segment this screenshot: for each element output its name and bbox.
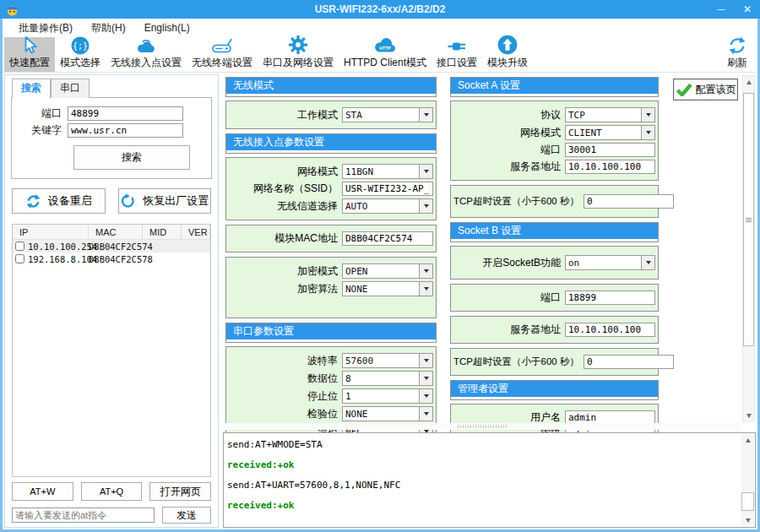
section-wireless-mode: 无线模式 xyxy=(225,77,437,97)
chevron-down-icon[interactable] xyxy=(419,108,432,122)
socket-a-timeout-input[interactable] xyxy=(584,194,674,209)
keyword-input[interactable] xyxy=(68,123,183,138)
net-mode-select[interactable]: 11BGN xyxy=(342,164,433,179)
open-webpage-button[interactable]: 打开网页 xyxy=(149,482,211,501)
toolbar-httpd-client-mode[interactable]: HTTP HTTPD Client模式 xyxy=(339,37,432,72)
toolbar-interface-settings[interactable]: 接口设置 xyxy=(432,37,482,72)
socket-b-timeout-input[interactable] xyxy=(584,355,674,369)
device-ip: 10.10.100.254 xyxy=(28,242,97,252)
chevron-down-icon[interactable] xyxy=(419,264,432,278)
toolbar-refresh[interactable]: 刷新 xyxy=(722,37,756,72)
chevron-down-icon[interactable] xyxy=(641,108,654,122)
send-button[interactable]: 发送 xyxy=(162,507,211,524)
ssid-label: 网络名称（SSID） xyxy=(229,182,342,196)
toolbar-quick-config[interactable]: 快速配置 xyxy=(4,37,55,72)
mac-input[interactable] xyxy=(342,231,433,246)
toolbar-ap-settings[interactable]: 无线接入点设置 xyxy=(106,37,187,72)
channel-select[interactable]: AUTO xyxy=(342,198,433,214)
at-command-input[interactable] xyxy=(12,508,155,523)
section-title: Socket B 设置 xyxy=(451,223,658,239)
toolbar-spacer xyxy=(533,37,722,72)
chevron-down-icon[interactable] xyxy=(419,407,432,421)
section-serial-params: 串口参数设置 xyxy=(225,323,437,343)
scrollbar-grip-icon xyxy=(746,218,752,222)
scroll-down-button[interactable] xyxy=(743,410,754,421)
keyword-label: 关键字 xyxy=(19,123,68,138)
toolbar-serial-network-settings[interactable]: 串口及网络设置 xyxy=(258,37,339,72)
at-q-button[interactable]: AT+Q xyxy=(81,482,143,501)
scroll-down-button[interactable] xyxy=(741,514,754,526)
scroll-up-button[interactable] xyxy=(743,76,754,88)
socket-a-net-mode-select[interactable]: CLIENT xyxy=(565,125,655,140)
reboot-refresh-icon xyxy=(25,193,41,209)
work-mode-select[interactable]: STA xyxy=(342,107,433,122)
triangle-down-icon xyxy=(746,518,751,523)
reboot-device-button[interactable]: 设备重启 xyxy=(12,188,106,214)
protocol-select[interactable]: TCP xyxy=(565,107,655,122)
section-title: 无线接入点参数设置 xyxy=(226,134,436,150)
table-row[interactable]: 192.168.8.104 D8B04CF2C578 xyxy=(13,252,210,265)
socket-b-port-input[interactable] xyxy=(565,290,655,305)
scrollbar-thumb[interactable] xyxy=(743,93,754,346)
table-row[interactable]: 10.10.100.254 D8B04CF2C574 xyxy=(13,240,210,252)
column-mid: MID xyxy=(143,225,182,239)
row-checkbox[interactable] xyxy=(15,242,24,251)
toolbar-mode-select[interactable]: {;} 模式选择 xyxy=(55,37,106,72)
section-title: Socket A 设置 xyxy=(451,78,658,94)
at-log-area[interactable]: send:AT+WMODE=STA received:+ok send:AT+U… xyxy=(223,432,756,528)
scrollbar-track[interactable] xyxy=(743,88,754,410)
scrollbar-thumb[interactable] xyxy=(741,492,754,511)
search-button[interactable]: 搜索 xyxy=(73,145,190,170)
apply-page-button[interactable]: 配置该页 xyxy=(673,79,738,100)
stop-bits-select[interactable]: 1 xyxy=(342,388,433,404)
tab-search[interactable]: 搜索 xyxy=(12,79,51,98)
check-icon xyxy=(676,83,692,96)
tab-serial[interactable]: 串口 xyxy=(51,79,90,98)
toolbar-label: 刷新 xyxy=(727,56,747,70)
socket-a-server-input[interactable] xyxy=(565,160,655,174)
menu-english[interactable]: English(L) xyxy=(135,20,199,35)
socket-b-server-input[interactable] xyxy=(565,323,655,337)
toolbar-label: 无线终端设置 xyxy=(192,56,252,70)
toolbar-module-upgrade[interactable]: 模块升级 xyxy=(482,37,533,72)
enc-alg-select[interactable]: NONE xyxy=(342,281,433,296)
config-vertical-scrollbar[interactable] xyxy=(742,75,755,422)
row-checkbox[interactable] xyxy=(15,254,24,263)
chevron-down-icon[interactable] xyxy=(641,256,654,269)
chevron-down-icon[interactable] xyxy=(419,372,432,385)
toolbar-terminal-settings[interactable]: 无线终端设置 xyxy=(187,37,258,72)
factory-reset-button[interactable]: 恢复出厂设置 xyxy=(118,188,212,214)
log-line: send:AT+WMODE=STA xyxy=(227,435,738,455)
parity-select[interactable]: NONE xyxy=(342,406,433,421)
chevron-down-icon[interactable] xyxy=(419,354,432,367)
socket-a-port-input[interactable] xyxy=(565,143,655,157)
chevron-down-icon[interactable] xyxy=(641,126,654,139)
section-title: 无线模式 xyxy=(226,78,436,94)
chevron-down-icon[interactable] xyxy=(419,199,432,213)
minimize-button[interactable]: ─ xyxy=(714,0,727,19)
close-button[interactable]: ✕ xyxy=(741,0,754,19)
port-input[interactable] xyxy=(68,106,183,121)
triangle-up-icon xyxy=(746,438,751,442)
plug-icon xyxy=(446,37,468,56)
baud-select[interactable]: 57600 xyxy=(342,353,433,368)
baud-label: 波特率 xyxy=(229,354,342,368)
data-bits-select[interactable]: 8 xyxy=(342,371,433,386)
device-mac: D8B04CF2C578 xyxy=(89,254,143,264)
socket-b-enable-select[interactable]: on xyxy=(565,255,655,270)
chevron-down-icon[interactable] xyxy=(419,165,432,178)
upgrade-arrow-icon xyxy=(497,34,518,56)
scroll-up-button[interactable] xyxy=(741,434,754,446)
chevron-down-icon[interactable] xyxy=(419,389,432,403)
ssid-input[interactable] xyxy=(342,182,433,196)
at-w-button[interactable]: AT+W xyxy=(12,482,73,501)
left-panel: 搜索 串口 端口 关键字 搜索 xyxy=(4,74,219,528)
net-mode-label: 网络模式 xyxy=(229,165,342,179)
enc-mode-select[interactable]: OPEN xyxy=(342,263,433,279)
config-horizontal-scrollbar[interactable] xyxy=(223,423,741,430)
log-vertical-scrollbar[interactable] xyxy=(741,434,754,526)
scrollbar-track[interactable] xyxy=(741,446,754,514)
titlebar[interactable]: USR-WIFI232-6xx/A2/B2/D2 ─ ✕ xyxy=(0,0,760,19)
menu-help[interactable]: 帮助(H) xyxy=(82,19,135,37)
chevron-down-icon[interactable] xyxy=(419,282,432,296)
